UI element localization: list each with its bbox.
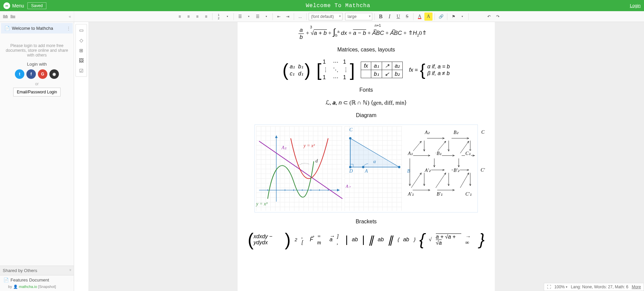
align-justify-icon[interactable]: ≡	[202, 13, 210, 21]
flag-icon[interactable]: ⚑	[449, 13, 458, 21]
diagram-block[interactable]: y = x² y = x³ A₁ A₂ d C	[254, 125, 478, 212]
list-caret1-icon[interactable]: ▾	[245, 13, 253, 21]
node-Bp2: B'₂	[453, 167, 460, 173]
strikethrough-button[interactable]: S	[403, 13, 411, 21]
highlight-color-button[interactable]: A	[424, 13, 432, 21]
shared-by-others-header[interactable]: Shared by Others	[0, 266, 74, 275]
fonts-sample[interactable]: ℒ, a, n ⊂ (ℝ ∩ ℕ) ⟨gen, diff, min⟩	[248, 99, 485, 106]
login-link[interactable]: Login	[630, 3, 641, 8]
node-C1: C₁	[465, 151, 471, 156]
triangle-diagram[interactable]: C D A B α	[345, 126, 402, 211]
case-1: α if, a = b	[427, 64, 450, 70]
label-d: d	[315, 158, 318, 164]
matrices-row[interactable]: (a₁b₁c₁d₁) [1⋯1⋮⋱⋮1⋯1] fxa₁↗a₂b₁↙b₂ fx =…	[248, 59, 485, 81]
author-icon: 👤	[13, 285, 18, 289]
features-doc-byline: by 👤 mathcha.io [Snapshot]	[0, 285, 74, 291]
svg-point-12	[349, 137, 352, 139]
label-yx3: y = x³	[256, 201, 267, 207]
insert-check-icon[interactable]: ☑	[77, 66, 86, 75]
spacing-caret-icon[interactable]: ▾	[223, 13, 231, 21]
section-fonts: Fonts	[248, 87, 485, 93]
svg-point-13	[349, 166, 352, 168]
facebook-login-button[interactable]: f	[26, 69, 36, 79]
node-Bp1: B'₁	[436, 191, 443, 197]
align-left-icon[interactable]: ≡	[176, 13, 184, 21]
fullscreen-icon[interactable]: ⛶	[547, 285, 551, 289]
node-Cp1: C'₁	[465, 191, 472, 197]
author-link[interactable]: mathcha.io	[19, 285, 37, 289]
node-C: C	[481, 130, 485, 135]
collapse-sidebar-icon[interactable]: «	[69, 14, 71, 19]
document-options-icon[interactable]: ⋮	[66, 26, 71, 31]
features-doc-label: Features Document	[10, 277, 49, 283]
app-logo[interactable]: m	[3, 2, 10, 9]
insert-table-icon[interactable]: ⊞	[77, 46, 86, 55]
align-right-icon[interactable]: ≡	[193, 13, 201, 21]
section-brackets: Brackets	[248, 219, 485, 225]
node-Ap2: A'₂	[424, 167, 431, 173]
status-bar: ⛶ 100% ▾ Lang: None, Words: 27, Math: 6 …	[544, 283, 644, 291]
node-B2: B₂	[453, 130, 459, 135]
list-caret2-icon[interactable]: ▾	[262, 13, 270, 21]
folder-icon[interactable]	[10, 14, 16, 19]
math-equation-1[interactable]: ab + 3√a + b + ∫ba dx + a − b + ⌢ABC + ⌢…	[248, 27, 485, 41]
flag-caret-icon[interactable]: ▾	[458, 13, 466, 21]
email-login-button[interactable]: Email/Password Login	[13, 88, 61, 96]
features-document-item[interactable]: 📄 Features Document	[0, 275, 74, 285]
align-center-icon[interactable]: ≡	[184, 13, 193, 21]
font-family-select[interactable]: (font default)	[309, 13, 342, 20]
node-A2: A₂	[424, 130, 430, 135]
undo-icon[interactable]: ↶	[485, 13, 493, 21]
zoom-level[interactable]: 100% ▾	[554, 285, 568, 289]
google-login-button[interactable]: G	[38, 69, 47, 79]
svg-line-38	[436, 173, 446, 188]
login-with-label: Login with	[3, 62, 71, 67]
line-spacing-icon[interactable]: 12	[215, 13, 223, 21]
tri-A: A	[365, 169, 368, 174]
bold-button[interactable]: B	[377, 13, 385, 21]
label-yx2: y = x²	[304, 143, 315, 149]
or-label: or	[3, 82, 71, 86]
section-diagram: Diagram	[248, 112, 485, 118]
document-item[interactable]: 📄 Welcome to Mathcha ⋮	[1, 23, 73, 33]
label-A1: A₁	[282, 145, 287, 151]
function-plot[interactable]: y = x² y = x³ A₁ A₂ d	[256, 126, 342, 211]
insert-shape-icon[interactable]: ◇	[77, 36, 86, 45]
doc-icon: 📄	[3, 277, 9, 283]
more-formatting-icon[interactable]: ...	[296, 13, 304, 21]
insert-image-icon[interactable]: 🖼	[77, 56, 86, 65]
document-name: Welcome to Mathcha	[12, 26, 53, 31]
font-size-select[interactable]: large	[345, 13, 372, 20]
commutative-diagram[interactable]: A₂ B₂ C A₁ B₁ C₁ A'₂ B'₂ C' A'₁ B'₁ C'₁	[404, 126, 476, 211]
section-matrices: Matrices, cases, layouts	[248, 47, 485, 53]
svg-line-39	[460, 173, 469, 188]
twitter-login-button[interactable]: t	[15, 69, 24, 79]
text-color-button[interactable]: A	[416, 13, 424, 21]
redo-icon[interactable]: ↷	[494, 13, 502, 21]
underline-button[interactable]: U	[394, 13, 402, 21]
node-Cp: C'	[480, 167, 485, 173]
bullet-list-icon[interactable]: ☰	[253, 13, 262, 21]
svg-line-37	[412, 173, 422, 188]
tri-C: C	[349, 127, 352, 133]
save-status: Saved	[27, 2, 46, 9]
github-login-button[interactable]: ◉	[49, 69, 59, 79]
indent-decrease-icon[interactable]: ⇤	[275, 13, 283, 21]
cases-lhs: fx =	[409, 67, 418, 73]
numbered-list-icon[interactable]: ☰	[236, 13, 244, 21]
tri-alpha: α	[373, 159, 376, 164]
insert-toolstrip: ▭ ◇ ⊞ 🖼 ☑	[75, 24, 87, 77]
node-Ap1: A'₁	[407, 191, 414, 197]
node-A1: A₁	[407, 151, 413, 156]
menu-button[interactable]: Menu	[12, 3, 24, 8]
document-page[interactable]: ab + 3√a + b + ∫ba dx + a − b + ⌢ABC + ⌢…	[238, 22, 495, 291]
more-link[interactable]: More	[632, 285, 641, 289]
insert-text-icon[interactable]: ▭	[77, 26, 86, 35]
new-folder-icon[interactable]	[3, 14, 8, 19]
italic-button[interactable]: I	[385, 13, 394, 21]
login-prompt: Please login to add more free documents,…	[3, 43, 71, 58]
link-icon[interactable]: 🔗	[437, 13, 445, 21]
svg-point-15	[362, 166, 364, 168]
indent-increase-icon[interactable]: ⇥	[284, 13, 292, 21]
brackets-sample[interactable]: (xdxdy − ydydx)2 , [F→ = ma→] , |ab| ‖ab…	[248, 231, 485, 248]
